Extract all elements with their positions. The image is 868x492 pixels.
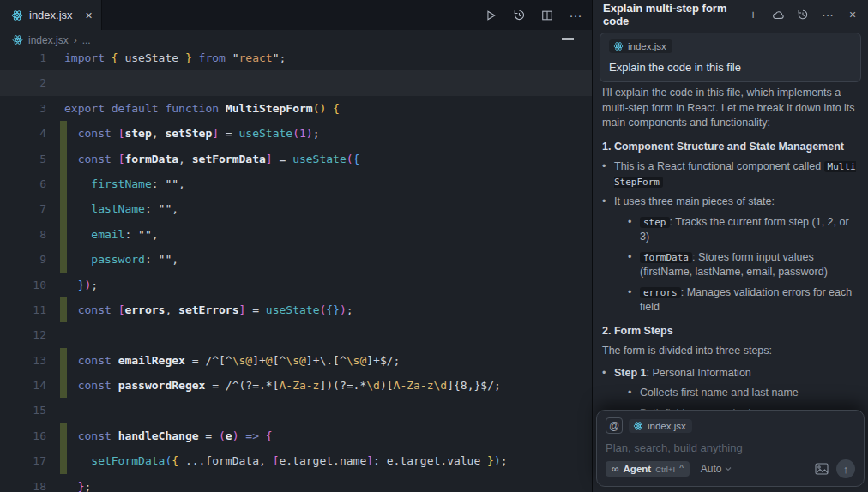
chat-history-button[interactable]: [796, 8, 810, 21]
inline-code: errors: [640, 287, 681, 298]
breadcrumb-file: index.jsx: [28, 34, 69, 46]
react-file-icon: [11, 9, 23, 21]
code-text: const [step, setStep] = useState(1);: [64, 121, 319, 146]
bullet: •: [628, 285, 640, 315]
line-number: 2: [0, 70, 46, 95]
more-actions-button[interactable]: ···: [568, 8, 583, 23]
response-heading: 1. Component Structure and State Managem…: [602, 140, 860, 155]
cloud-icon[interactable]: [771, 8, 785, 21]
tab-bar: index.jsx × ···: [0, 0, 592, 30]
code-line: 3export default function MultiStepForm()…: [0, 96, 592, 121]
line-number: 1: [0, 45, 46, 70]
breadcrumb-separator: ›: [74, 34, 77, 46]
line-number: 15: [0, 398, 46, 423]
line-number: 11: [0, 297, 46, 322]
line-number: 13: [0, 348, 46, 373]
add-context-button[interactable]: @: [606, 417, 623, 434]
code-area[interactable]: 1import { useState } from "react";23expo…: [0, 45, 592, 492]
code-text: password: "",: [64, 247, 178, 272]
agent-shortcut: Ctrl+I: [655, 465, 675, 474]
breadcrumb-more: ...: [82, 34, 91, 46]
line-number: 18: [0, 474, 46, 492]
code-line: 1import { useState } from "react";: [0, 45, 592, 70]
bullet: •: [602, 159, 614, 189]
bullet: •: [602, 195, 614, 210]
model-label: Auto: [701, 463, 722, 475]
line-number: 5: [0, 147, 46, 171]
line-number: 9: [0, 247, 46, 272]
split-editor-button[interactable]: [539, 8, 555, 23]
code-line: 14 const passwordRegex = /^(?=.*[A-Za-z]…: [0, 373, 592, 398]
code-text: email: "",: [64, 222, 159, 247]
run-button[interactable]: [483, 8, 498, 23]
input-right-icons: ↑: [815, 459, 855, 478]
bullet: •: [602, 366, 614, 381]
response-list-item: •It uses three main pieces of state:: [602, 195, 860, 210]
new-chat-button[interactable]: +: [746, 8, 760, 21]
chevron-up-icon: ^: [679, 465, 684, 473]
tab-label: index.jsx: [29, 9, 73, 21]
chat-header-icons: + ··· ×: [746, 8, 859, 21]
send-button[interactable]: ↑: [836, 459, 855, 478]
code-line: 7 lastName: "",: [0, 196, 592, 221]
minimap-marker: [562, 38, 574, 40]
chat-panel-header: Explain multi-step form code + ··· ×: [593, 0, 868, 29]
chat-title: Explain multi-step form code: [603, 2, 746, 27]
chat-more-button[interactable]: ···: [821, 8, 835, 21]
infinity-icon: ∞: [612, 464, 619, 474]
code-text: const handleChange = (e) => {: [64, 423, 273, 448]
editor-actions: ···: [483, 0, 583, 30]
chat-input-box[interactable]: @ index.jsx ∞ Agent Ctrl+I ^ Auto: [596, 410, 865, 487]
code-line: 2: [0, 70, 592, 95]
code-line: 16 const handleChange = (e) => {: [0, 423, 592, 448]
code-line: 5 const [formData, setFormData] = useSta…: [0, 147, 592, 171]
response-list-item: •formData: Stores form input values (fir…: [602, 250, 860, 280]
inline-code: formData: [640, 252, 692, 263]
line-number: 17: [0, 448, 46, 473]
tab-close-icon[interactable]: ×: [86, 9, 93, 21]
line-number: 10: [0, 273, 46, 297]
attached-file-chip[interactable]: index.jsx: [609, 39, 672, 53]
chat-panel: Explain multi-step form code + ··· ×: [592, 0, 868, 492]
code-line: 17 setFormData({ ...formData, [e.target.…: [0, 448, 592, 473]
line-number: 12: [0, 322, 46, 347]
code-text: lastName: "",: [64, 196, 178, 221]
attach-image-button[interactable]: [815, 463, 829, 475]
model-picker[interactable]: Auto: [701, 463, 732, 475]
user-message-card: index.jsx Explain the code in this file: [600, 33, 861, 82]
response-paragraph: I'll explain the code in this file, whic…: [602, 86, 860, 131]
line-number: 8: [0, 222, 46, 247]
line-number: 16: [0, 423, 46, 448]
code-line: 9 password: "",: [0, 247, 592, 272]
code-text: export default function MultiStepForm() …: [64, 96, 340, 121]
context-file-chip[interactable]: index.jsx: [629, 419, 692, 433]
code-line: 4 const [step, setStep] = useState(1);: [0, 121, 592, 146]
timeline-history-button[interactable]: [511, 8, 527, 23]
app-window: { "editor": { "tab_label": "index.jsx", …: [0, 0, 868, 492]
inline-code: step: [640, 217, 670, 228]
code-line: 15: [0, 398, 592, 423]
bullet: •: [628, 250, 640, 280]
response-list-item: •Step 1: Personal Information: [602, 366, 860, 381]
response-paragraph: The form is divided into three steps:: [602, 344, 860, 359]
chat-prompt-input[interactable]: [606, 441, 855, 454]
code-line: 6 firstName: "",: [0, 171, 592, 196]
input-context-row: @ index.jsx: [606, 417, 855, 434]
tab-index-jsx[interactable]: index.jsx ×: [0, 0, 102, 30]
react-file-icon: [12, 34, 23, 45]
agent-mode-picker[interactable]: ∞ Agent Ctrl+I ^: [606, 461, 690, 477]
chevron-down-icon: [725, 466, 732, 471]
user-message-text: Explain the code in this file: [609, 61, 852, 74]
code-line: 12: [0, 322, 592, 347]
assistant-response: I'll explain the code in this file, whic…: [602, 86, 860, 447]
code-line: 8 email: "",: [0, 222, 592, 247]
chat-close-button[interactable]: ×: [846, 8, 859, 21]
response-list-item: •This is a React functional component ca…: [602, 159, 860, 189]
code-text: });: [64, 273, 98, 297]
response-list-item: •errors: Manages validation errors for e…: [602, 285, 860, 315]
code-text: const passwordRegex = /^(?=.*[A-Za-z])(?…: [64, 373, 501, 398]
code-text: const emailRegex = /^[^\s@]+@[^\s@]+\.[^…: [64, 348, 400, 373]
code-text: const [errors, setErrors] = useState({})…: [64, 297, 353, 322]
code-line: 18 };: [0, 474, 592, 492]
code-text: import { useState } from "react";: [64, 45, 286, 70]
